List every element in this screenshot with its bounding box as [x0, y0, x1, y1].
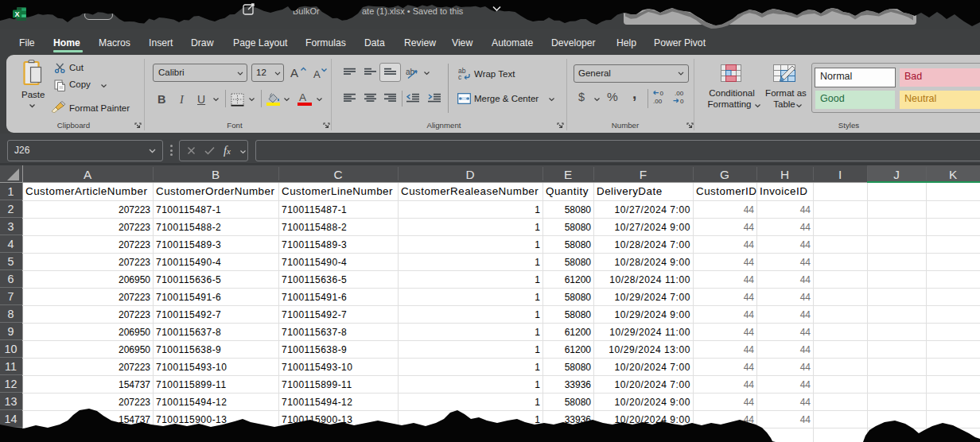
svg-text:X: X — [14, 10, 19, 18]
